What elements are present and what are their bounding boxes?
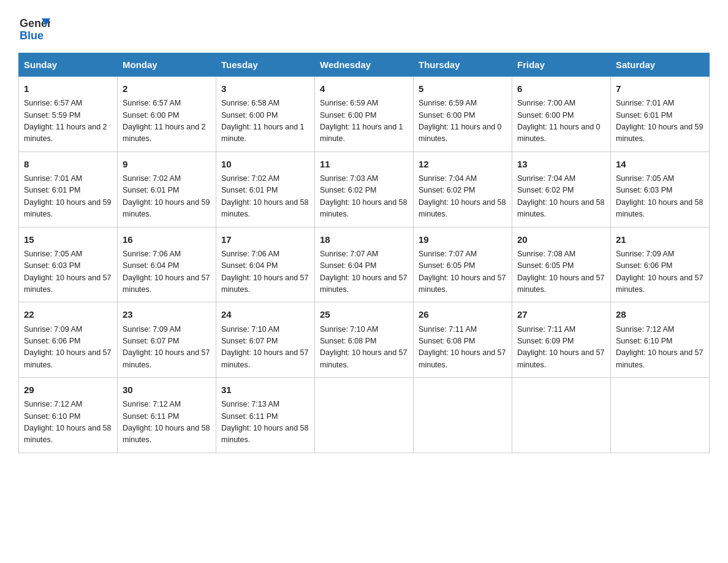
- weekday-header-monday: Monday: [118, 53, 216, 77]
- weekday-header-row: SundayMondayTuesdayWednesdayThursdayFrid…: [19, 53, 710, 77]
- sunset-text: Sunset: 6:08 PM: [320, 337, 376, 345]
- daylight-text: Daylight: 10 hours and 58 minutes.: [616, 198, 703, 218]
- sunrise-text: Sunrise: 7:01 AM: [24, 174, 82, 183]
- sunset-text: Sunset: 6:06 PM: [24, 337, 80, 345]
- sunrise-text: Sunrise: 6:59 AM: [419, 99, 477, 107]
- sunset-text: Sunset: 6:03 PM: [24, 261, 80, 270]
- sunrise-text: Sunrise: 7:06 AM: [221, 250, 279, 258]
- calendar-cell: 15Sunrise: 7:05 AMSunset: 6:03 PMDayligh…: [19, 227, 118, 302]
- calendar-week-5: 29Sunrise: 7:12 AMSunset: 6:10 PMDayligh…: [19, 378, 710, 453]
- sunrise-text: Sunrise: 7:09 AM: [616, 250, 674, 258]
- sunset-text: Sunset: 6:01 PM: [24, 186, 80, 194]
- calendar-cell: 17Sunrise: 7:06 AMSunset: 6:04 PMDayligh…: [216, 227, 315, 302]
- daylight-text: Daylight: 10 hours and 57 minutes.: [419, 348, 506, 369]
- daylight-text: Daylight: 11 hours and 1 minute.: [221, 123, 305, 143]
- calendar-week-3: 15Sunrise: 7:05 AMSunset: 6:03 PMDayligh…: [19, 227, 710, 302]
- day-number: 30: [123, 383, 211, 397]
- sunset-text: Sunset: 6:07 PM: [123, 337, 179, 345]
- day-number: 28: [616, 307, 704, 321]
- daylight-text: Daylight: 10 hours and 57 minutes.: [616, 348, 703, 369]
- logo: General Blue: [18, 12, 50, 47]
- logo-icon: General Blue: [18, 12, 50, 47]
- sunrise-text: Sunrise: 7:05 AM: [24, 250, 82, 258]
- sunset-text: Sunset: 6:00 PM: [517, 111, 574, 120]
- daylight-text: Daylight: 10 hours and 57 minutes.: [419, 274, 506, 294]
- calendar-cell: [414, 378, 512, 453]
- calendar-cell: 3Sunrise: 6:58 AMSunset: 6:00 PMDaylight…: [216, 77, 315, 152]
- daylight-text: Daylight: 10 hours and 57 minutes.: [123, 348, 210, 369]
- calendar-cell: 5Sunrise: 6:59 AMSunset: 6:00 PMDaylight…: [414, 77, 512, 152]
- calendar-cell: 30Sunrise: 7:12 AMSunset: 6:11 PMDayligh…: [118, 378, 216, 453]
- calendar-week-4: 22Sunrise: 7:09 AMSunset: 6:06 PMDayligh…: [19, 302, 710, 378]
- weekday-header-sunday: Sunday: [19, 53, 118, 77]
- daylight-text: Daylight: 10 hours and 57 minutes.: [24, 274, 111, 294]
- sunset-text: Sunset: 6:02 PM: [320, 186, 376, 194]
- sunset-text: Sunset: 6:08 PM: [419, 337, 475, 345]
- calendar-cell: 31Sunrise: 7:13 AMSunset: 6:11 PMDayligh…: [216, 378, 315, 453]
- sunrise-text: Sunrise: 6:59 AM: [320, 99, 378, 107]
- daylight-text: Daylight: 10 hours and 57 minutes.: [616, 274, 703, 294]
- sunrise-text: Sunrise: 6:58 AM: [221, 99, 279, 107]
- calendar-cell: 18Sunrise: 7:07 AMSunset: 6:04 PMDayligh…: [315, 227, 414, 302]
- sunrise-text: Sunrise: 7:00 AM: [517, 99, 575, 107]
- day-number: 4: [320, 82, 408, 96]
- daylight-text: Daylight: 10 hours and 58 minutes.: [123, 424, 210, 444]
- daylight-text: Daylight: 10 hours and 57 minutes.: [517, 274, 604, 294]
- day-number: 10: [221, 157, 309, 171]
- calendar-cell: [611, 378, 710, 453]
- calendar-cell: 26Sunrise: 7:11 AMSunset: 6:08 PMDayligh…: [414, 302, 512, 378]
- calendar-cell: 20Sunrise: 7:08 AMSunset: 6:05 PMDayligh…: [512, 227, 611, 302]
- svg-text:Blue: Blue: [20, 29, 44, 42]
- day-number: 29: [24, 383, 112, 397]
- calendar-cell: 25Sunrise: 7:10 AMSunset: 6:08 PMDayligh…: [315, 302, 414, 378]
- sunrise-text: Sunrise: 7:09 AM: [123, 325, 181, 334]
- daylight-text: Daylight: 11 hours and 0 minutes.: [419, 123, 502, 143]
- calendar-cell: 13Sunrise: 7:04 AMSunset: 6:02 PMDayligh…: [512, 151, 611, 227]
- day-number: 16: [123, 232, 211, 247]
- sunset-text: Sunset: 6:00 PM: [419, 111, 475, 120]
- sunrise-text: Sunrise: 7:12 AM: [616, 325, 674, 334]
- calendar-cell: 16Sunrise: 7:06 AMSunset: 6:04 PMDayligh…: [118, 227, 216, 302]
- sunset-text: Sunset: 6:00 PM: [320, 111, 376, 120]
- calendar-cell: 14Sunrise: 7:05 AMSunset: 6:03 PMDayligh…: [611, 151, 710, 227]
- calendar-cell: 11Sunrise: 7:03 AMSunset: 6:02 PMDayligh…: [315, 151, 414, 227]
- sunrise-text: Sunrise: 6:57 AM: [24, 99, 82, 107]
- weekday-header-thursday: Thursday: [414, 53, 512, 77]
- daylight-text: Daylight: 10 hours and 57 minutes.: [320, 274, 407, 294]
- calendar-cell: 2Sunrise: 6:57 AMSunset: 6:00 PMDaylight…: [118, 77, 216, 152]
- weekday-header-saturday: Saturday: [611, 53, 710, 77]
- daylight-text: Daylight: 10 hours and 58 minutes.: [517, 198, 604, 218]
- day-number: 8: [24, 157, 112, 171]
- day-number: 5: [419, 82, 507, 96]
- sunset-text: Sunset: 6:09 PM: [517, 337, 574, 345]
- daylight-text: Daylight: 10 hours and 59 minutes.: [616, 123, 703, 143]
- sunrise-text: Sunrise: 7:12 AM: [123, 400, 181, 408]
- day-number: 26: [419, 307, 507, 321]
- day-number: 19: [419, 232, 507, 247]
- day-number: 12: [419, 157, 507, 171]
- day-number: 31: [221, 383, 309, 397]
- daylight-text: Daylight: 10 hours and 58 minutes.: [24, 424, 111, 444]
- day-number: 11: [320, 157, 408, 171]
- sunset-text: Sunset: 6:11 PM: [221, 412, 278, 421]
- calendar-cell: 7Sunrise: 7:01 AMSunset: 6:01 PMDaylight…: [611, 77, 710, 152]
- day-number: 27: [517, 307, 605, 321]
- calendar-cell: [315, 378, 414, 453]
- weekday-header-tuesday: Tuesday: [216, 53, 315, 77]
- sunrise-text: Sunrise: 7:07 AM: [320, 250, 378, 258]
- day-number: 18: [320, 232, 408, 247]
- sunrise-text: Sunrise: 6:57 AM: [123, 99, 181, 107]
- day-number: 20: [517, 232, 605, 247]
- sunset-text: Sunset: 6:07 PM: [221, 337, 278, 345]
- sunrise-text: Sunrise: 7:13 AM: [221, 400, 279, 408]
- calendar-cell: 9Sunrise: 7:02 AMSunset: 6:01 PMDaylight…: [118, 151, 216, 227]
- calendar-cell: 12Sunrise: 7:04 AMSunset: 6:02 PMDayligh…: [414, 151, 512, 227]
- calendar-cell: 29Sunrise: 7:12 AMSunset: 6:10 PMDayligh…: [19, 378, 118, 453]
- sunrise-text: Sunrise: 7:02 AM: [123, 174, 181, 183]
- calendar-cell: 8Sunrise: 7:01 AMSunset: 6:01 PMDaylight…: [19, 151, 118, 227]
- sunset-text: Sunset: 6:02 PM: [517, 186, 574, 194]
- calendar-cell: 6Sunrise: 7:00 AMSunset: 6:00 PMDaylight…: [512, 77, 611, 152]
- daylight-text: Daylight: 10 hours and 57 minutes.: [320, 348, 407, 369]
- weekday-header-friday: Friday: [512, 53, 611, 77]
- calendar-cell: 23Sunrise: 7:09 AMSunset: 6:07 PMDayligh…: [118, 302, 216, 378]
